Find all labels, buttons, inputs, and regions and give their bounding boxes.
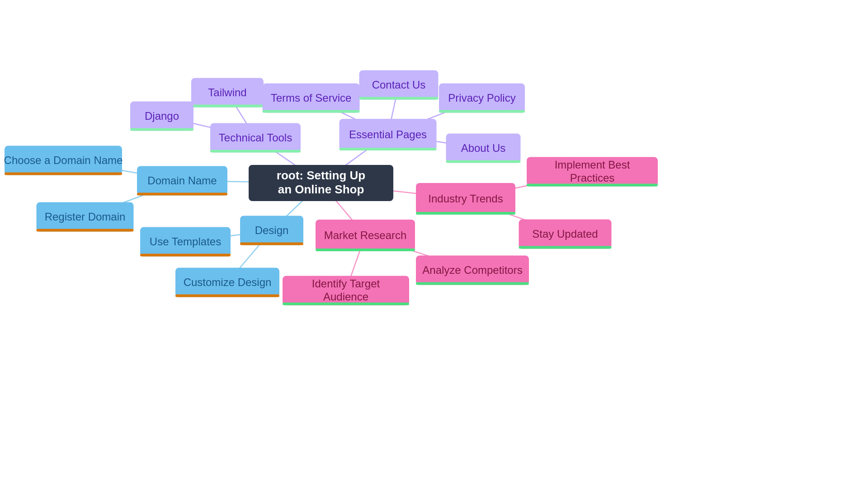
svg-rect-30	[37, 229, 134, 232]
svg-text:Practices: Practices	[570, 172, 615, 184]
svg-text:Use Templates: Use Templates	[150, 235, 221, 248]
svg-rect-36	[191, 105, 264, 108]
node-about_us[interactable]: About Us	[446, 134, 521, 163]
node-django[interactable]: Django	[130, 102, 193, 131]
svg-text:root: Setting Up: root: Setting Up	[277, 169, 365, 182]
node-design[interactable]: Design	[240, 216, 303, 245]
svg-rect-69	[527, 184, 658, 187]
node-customize_design[interactable]: Customize Design	[175, 268, 279, 297]
svg-rect-54	[263, 110, 360, 113]
mindmap-canvas: root: Setting Upan Online ShopDomain Nam…	[0, 0, 868, 488]
node-industry_trends[interactable]: Industry Trends	[416, 183, 515, 215]
node-stay_updated[interactable]: Stay Updated	[519, 220, 612, 249]
node-analyze_competitors[interactable]: Analyze Competitors	[416, 256, 529, 285]
node-terms_of_service[interactable]: Terms of Service	[263, 84, 360, 113]
svg-rect-73	[519, 246, 612, 249]
svg-text:Domain Name: Domain Name	[147, 174, 217, 187]
svg-rect-24	[137, 193, 227, 196]
svg-rect-51	[340, 148, 437, 150]
node-technical_tools[interactable]: Technical Tools	[210, 123, 301, 153]
svg-text:Technical Tools: Technical Tools	[219, 131, 292, 144]
node-market_research[interactable]: Market Research	[316, 220, 415, 251]
svg-text:Market Research: Market Research	[324, 229, 407, 241]
svg-text:Identify Target: Identify Target	[312, 277, 380, 290]
svg-text:Implement Best: Implement Best	[555, 159, 630, 171]
node-identify_target[interactable]: Identify TargetAudience	[283, 276, 409, 305]
node-register_domain[interactable]: Register Domain	[37, 202, 134, 232]
node-privacy_policy[interactable]: Privacy Policy	[439, 84, 525, 113]
svg-rect-42	[240, 243, 303, 245]
node-use_templates[interactable]: Use Templates	[140, 227, 231, 257]
svg-text:Analyze Competitors: Analyze Competitors	[422, 264, 522, 276]
svg-rect-39	[130, 128, 193, 131]
node-essential_pages[interactable]: Essential Pages	[340, 119, 437, 150]
node-domain_name[interactable]: Domain Name	[137, 166, 227, 196]
svg-rect-63	[446, 160, 521, 163]
svg-rect-48	[175, 295, 279, 297]
svg-rect-79	[416, 282, 529, 285]
node-contact_us[interactable]: Contact Us	[359, 70, 439, 100]
svg-rect-27	[5, 173, 122, 175]
svg-text:Tailwind: Tailwind	[208, 86, 246, 99]
svg-text:Terms of Service: Terms of Service	[271, 92, 352, 104]
svg-text:Industry Trends: Industry Trends	[428, 192, 503, 205]
svg-rect-66	[416, 212, 515, 215]
svg-rect-33	[210, 150, 301, 153]
svg-rect-76	[316, 249, 415, 251]
svg-rect-45	[140, 254, 231, 257]
node-implement_best[interactable]: Implement BestPractices	[527, 157, 658, 187]
node-tailwind[interactable]: Tailwind	[191, 78, 264, 108]
svg-text:Design: Design	[255, 224, 289, 236]
svg-rect-60	[439, 110, 525, 113]
svg-text:Stay Updated: Stay Updated	[532, 228, 598, 240]
svg-text:Django: Django	[145, 110, 179, 122]
node-choose_domain[interactable]: Choose a Domain Name	[4, 146, 123, 175]
svg-rect-82	[283, 303, 409, 305]
svg-text:Customize Design: Customize Design	[184, 276, 272, 288]
svg-text:About Us: About Us	[461, 142, 506, 154]
svg-text:Choose a Domain Name: Choose a Domain Name	[4, 154, 123, 166]
node-root[interactable]: root: Setting Upan Online Shop	[249, 165, 393, 201]
svg-text:Privacy Policy: Privacy Policy	[448, 92, 515, 104]
svg-rect-57	[359, 97, 439, 100]
svg-text:Register Domain: Register Domain	[45, 211, 126, 223]
svg-text:an Online Shop: an Online Shop	[278, 183, 364, 196]
svg-text:Audience: Audience	[323, 291, 368, 303]
svg-text:Contact Us: Contact Us	[372, 79, 426, 91]
svg-text:Essential Pages: Essential Pages	[349, 128, 427, 141]
